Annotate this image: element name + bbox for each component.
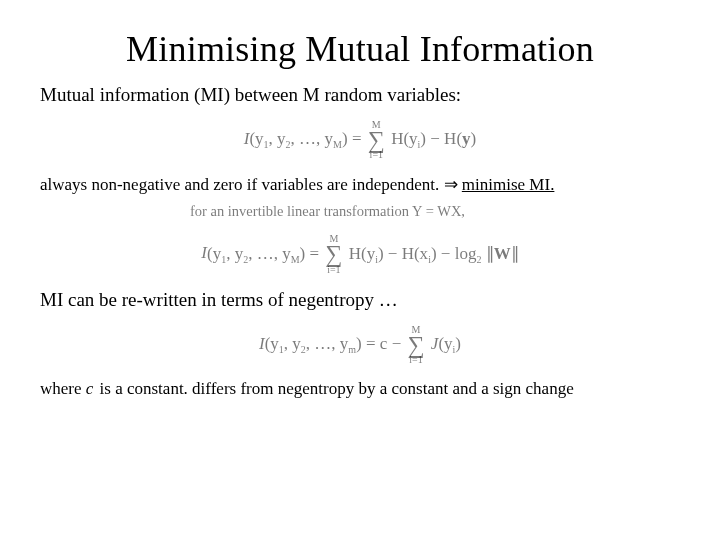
caption-pre: where bbox=[40, 379, 86, 398]
equation-3: I(y1, y2, …, ym) = c − M ∑ i=1 J(yi) bbox=[40, 323, 680, 367]
linear-transform-caption: for an invertible linear transformation … bbox=[190, 203, 680, 220]
implies-icon: ⇒ bbox=[439, 175, 462, 194]
eq3-lhs-args: (y1, y2, …, ym) = c − bbox=[265, 334, 406, 353]
constant-c: c bbox=[86, 379, 96, 398]
eq3-rhs: J(yi) bbox=[431, 334, 461, 353]
equation-1: I(y1, y2, …, yM) = M ∑ i=1 H(yi) − H(y) bbox=[40, 118, 680, 162]
eq1-rhs: H(yi) − H(y) bbox=[391, 129, 476, 148]
independence-note: always non-negative and zero if variable… bbox=[40, 174, 680, 195]
note-lead: always non-negative and zero if variable… bbox=[40, 175, 439, 194]
page-title: Minimising Mutual Information bbox=[40, 28, 680, 70]
constant-caption: where c is a constant. differs from nege… bbox=[40, 379, 680, 399]
summation-icon: M ∑ i=1 bbox=[407, 325, 424, 365]
equation-2: I(y1, y2, …, yM) = M ∑ i=1 H(yi) − H(xi)… bbox=[40, 232, 680, 276]
eq1-lhs-args: (y1, y2, …, yM) = bbox=[249, 129, 365, 148]
summation-icon: M ∑ i=1 bbox=[368, 120, 385, 160]
summation-icon: M ∑ i=1 bbox=[325, 234, 342, 274]
caption-post: is a constant. differs from negentropy b… bbox=[95, 379, 573, 398]
minimise-mi-emph: minimise MI. bbox=[462, 175, 555, 194]
math-symbol-I: I bbox=[259, 334, 265, 353]
eq2-lhs-args: (y1, y2, …, yM) = bbox=[207, 244, 323, 263]
mi-definition-text: Mutual information (MI) between M random… bbox=[40, 84, 680, 106]
negentropy-rewrite-text: MI can be re-written in terms of negentr… bbox=[40, 289, 680, 311]
eq2-rhs: H(yi) − H(xi) − log2 ∥W∥ bbox=[349, 244, 519, 263]
